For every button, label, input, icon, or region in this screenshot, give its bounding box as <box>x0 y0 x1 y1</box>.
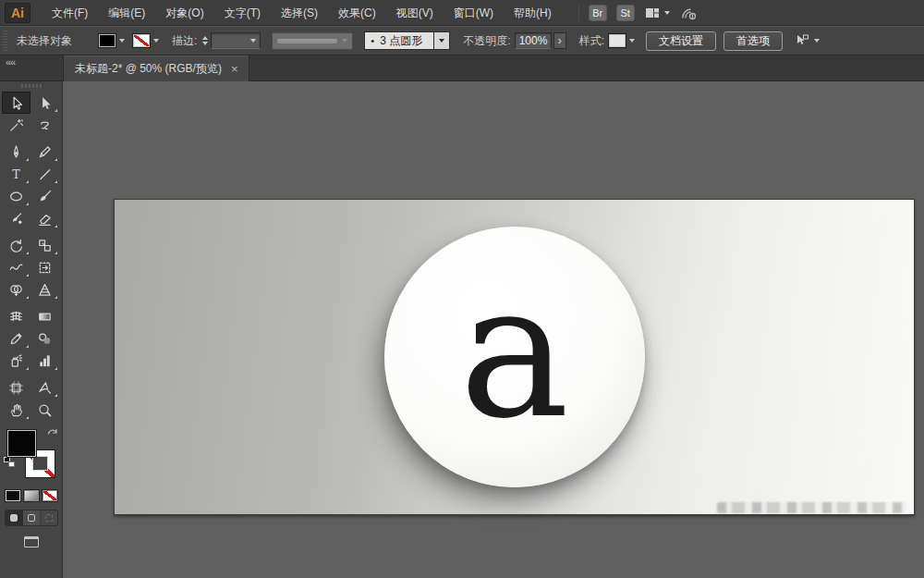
width-tool[interactable] <box>2 256 30 278</box>
tab-bar: «« 未标题-2* @ 50% (RGB/预览) × <box>0 55 924 81</box>
flyout-indicator <box>26 416 29 419</box>
style-dropdown[interactable] <box>608 33 635 48</box>
white-circle[interactable]: a <box>384 227 645 487</box>
hand-tool[interactable] <box>2 399 30 421</box>
workspace-switcher[interactable] <box>644 5 670 21</box>
ellipse-tool[interactable] <box>2 185 30 207</box>
stroke-weight-combobox[interactable] <box>211 32 261 49</box>
document-tab[interactable]: 未标题-2* @ 50% (RGB/预览) × <box>63 55 249 81</box>
mesh-tool-icon <box>8 309 24 325</box>
slice-tool[interactable] <box>30 376 59 399</box>
collapse-panels-icon[interactable]: «« <box>6 56 15 68</box>
chevron-down-icon <box>629 39 635 43</box>
mesh-tool[interactable] <box>2 305 30 327</box>
shape-builder-tool[interactable] <box>2 278 30 301</box>
menu-item-help[interactable]: 帮助(H) <box>504 0 562 26</box>
svg-text:T: T <box>12 166 20 180</box>
chevron-down-icon <box>664 11 670 15</box>
fill-color-dropdown[interactable] <box>98 33 125 48</box>
fill-color-swatch[interactable] <box>6 429 37 458</box>
flyout-indicator <box>55 394 57 397</box>
preferences-button[interactable]: 首选项 <box>723 31 783 51</box>
paintbrush-tool[interactable] <box>30 185 59 207</box>
menu-bar: Ai 文件(F)编辑(E)对象(O)文字(T)选择(S)效果(C)视图(V)窗口… <box>0 0 924 26</box>
stroke-color-dropdown[interactable] <box>132 33 159 48</box>
selection-tool-icon <box>8 95 24 111</box>
controlbar-grip[interactable] <box>3 31 7 51</box>
menu-item-edit[interactable]: 编辑(E) <box>98 0 155 26</box>
opacity-input[interactable]: 100% <box>515 32 552 49</box>
free-transform-tool-icon <box>37 260 53 276</box>
blend-tool-icon <box>37 331 53 347</box>
brush-dropdown-button[interactable] <box>434 31 450 50</box>
rotate-tool[interactable] <box>2 234 30 256</box>
chevron-down-icon <box>342 39 347 43</box>
scale-tool-icon <box>37 238 53 253</box>
brush-definition-dropdown[interactable]: • 3 点圆形 <box>364 31 434 50</box>
magic-wand-tool[interactable] <box>2 114 30 136</box>
perspective-grid-tool[interactable] <box>30 278 59 301</box>
flyout-indicator <box>26 367 29 370</box>
opacity-panel-arrow[interactable]: › <box>553 32 566 49</box>
flyout-indicator <box>26 180 29 183</box>
flyout-indicator <box>26 158 29 161</box>
chevron-down-icon <box>439 39 444 43</box>
menu-item-object[interactable]: 对象(O) <box>155 0 213 26</box>
none-button[interactable] <box>42 489 58 502</box>
draw-behind-button[interactable] <box>22 510 40 525</box>
color-button[interactable] <box>5 489 21 502</box>
stroke-weight-stepper[interactable] <box>202 36 208 45</box>
free-transform-tool[interactable] <box>30 256 59 278</box>
share-publish-icon[interactable] <box>679 5 698 21</box>
scale-tool[interactable] <box>30 234 59 256</box>
canvas[interactable]: a <box>63 81 924 578</box>
document-setup-button[interactable]: 文档设置 <box>646 31 716 51</box>
tab-close-icon[interactable]: × <box>231 63 238 75</box>
type-tool[interactable]: T <box>2 163 30 185</box>
panel-grip[interactable] <box>21 84 42 88</box>
width-profile-dropdown[interactable] <box>272 32 353 50</box>
stock-button[interactable]: St <box>616 5 635 21</box>
blend-tool[interactable] <box>30 327 59 350</box>
pen-tool[interactable] <box>2 141 30 163</box>
swap-fill-stroke-icon[interactable] <box>46 426 59 438</box>
slice-tool-icon <box>37 380 53 396</box>
draw-inside-button[interactable] <box>40 510 57 525</box>
pencil-tool-icon <box>37 144 53 160</box>
flyout-indicator <box>26 296 29 299</box>
menu-item-type[interactable]: 文字(T) <box>214 0 271 26</box>
flyout-indicator <box>55 296 57 299</box>
pencil-tool[interactable] <box>30 141 59 163</box>
artboard-tool-icon <box>8 380 24 396</box>
draw-normal-button[interactable] <box>6 510 23 525</box>
menu-item-effect[interactable]: 效果(C) <box>328 0 386 26</box>
menu-item-window[interactable]: 窗口(W) <box>444 0 504 26</box>
direct-selection-tool[interactable] <box>30 92 59 114</box>
menu-item-view[interactable]: 视图(V) <box>386 0 444 26</box>
column-graph-tool[interactable] <box>30 350 59 372</box>
artboard[interactable]: a <box>114 199 915 515</box>
menu-item-file[interactable]: 文件(F) <box>42 0 98 26</box>
gradient-tool[interactable] <box>30 305 59 327</box>
eyedropper-tool[interactable] <box>2 327 30 350</box>
lasso-tool[interactable] <box>30 114 59 136</box>
line-segment-tool[interactable] <box>30 163 59 185</box>
gradient-button[interactable] <box>23 489 40 502</box>
screen-mode-button[interactable] <box>19 534 43 550</box>
selection-tool[interactable] <box>2 92 30 114</box>
blob-brush-tool[interactable] <box>2 207 30 229</box>
select-similar-dropdown[interactable] <box>794 32 820 49</box>
bridge-button[interactable]: Br <box>589 5 607 21</box>
eraser-tool-icon <box>37 211 53 227</box>
menu-item-select[interactable]: 选择(S) <box>271 0 328 26</box>
zoom-tool[interactable] <box>30 399 59 421</box>
eraser-tool[interactable] <box>30 207 59 229</box>
width-profile-preview <box>277 39 337 43</box>
shape-builder-tool-icon <box>8 282 24 298</box>
illustrator-window: Ai 文件(F)编辑(E)对象(O)文字(T)选择(S)效果(C)视图(V)窗口… <box>0 0 924 578</box>
select-similar-icon <box>794 32 810 49</box>
artboard-tool[interactable] <box>2 376 30 399</box>
symbol-sprayer-tool[interactable] <box>2 350 30 372</box>
default-fill-stroke-icon[interactable] <box>4 457 15 467</box>
chevron-down-icon <box>153 39 159 43</box>
